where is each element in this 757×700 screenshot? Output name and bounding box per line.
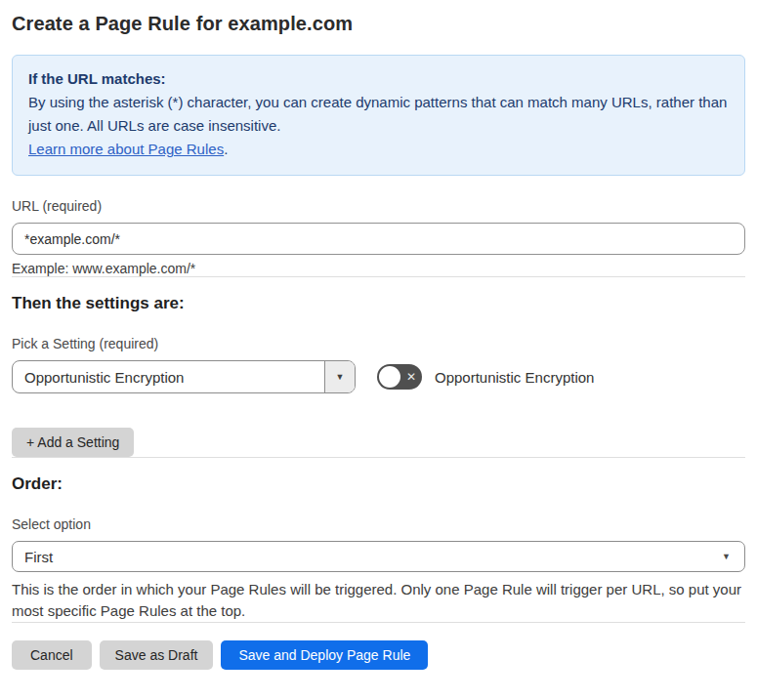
info-box-text: By using the asterisk (*) character, you…	[28, 94, 727, 134]
divider	[12, 276, 745, 277]
link-suffix: .	[224, 141, 228, 157]
order-select-label: Select option	[12, 516, 745, 532]
setting-dropdown[interactable]: Opportunistic Encryption ▼	[12, 360, 356, 393]
url-input[interactable]	[12, 223, 745, 255]
toggle-off-x-icon: ✕	[406, 364, 416, 390]
save-as-draft-button[interactable]: Save as Draft	[100, 640, 214, 670]
add-setting-button[interactable]: + Add a Setting	[12, 428, 134, 457]
divider	[12, 457, 745, 458]
setting-toggle-label: Opportunistic Encryption	[435, 369, 594, 386]
setting-row: Opportunistic Encryption ▼ ✕ Opportunist…	[12, 360, 745, 393]
order-helper: This is the order in which your Page Rul…	[12, 579, 745, 622]
toggle-knob	[379, 366, 400, 388]
info-box-heading: If the URL matches:	[28, 67, 729, 91]
order-select-value: First	[24, 549, 53, 565]
url-matches-info-box: If the URL matches: By using the asteris…	[12, 55, 745, 176]
settings-heading: Then the settings are:	[12, 294, 745, 313]
caret-down-icon[interactable]: ▼	[324, 361, 355, 392]
footer-actions: Cancel Save as Draft Save and Deploy Pag…	[12, 640, 745, 670]
setting-dropdown-value: Opportunistic Encryption	[13, 361, 324, 392]
save-and-deploy-button[interactable]: Save and Deploy Page Rule	[221, 640, 428, 670]
opportunistic-encryption-toggle[interactable]: ✕	[377, 364, 422, 390]
info-box-body: By using the asterisk (*) character, you…	[28, 91, 729, 161]
caret-down-icon: ▼	[722, 552, 731, 561]
divider	[12, 622, 745, 623]
url-label: URL (required)	[12, 198, 745, 214]
page-title: Create a Page Rule for example.com	[12, 13, 745, 35]
setting-picker-label: Pick a Setting (required)	[12, 336, 745, 351]
page-rule-form: Create a Page Rule for example.com If th…	[0, 0, 757, 670]
url-helper: Example: www.example.com/*	[12, 261, 745, 276]
order-heading: Order:	[12, 474, 745, 494]
order-select[interactable]: First ▼	[12, 541, 745, 572]
learn-more-link[interactable]: Learn more about Page Rules	[28, 141, 224, 157]
cancel-button[interactable]: Cancel	[12, 640, 92, 670]
